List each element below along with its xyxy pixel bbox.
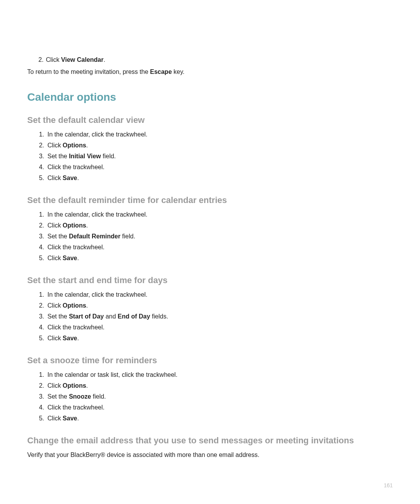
list-item: Click Options.	[46, 300, 393, 311]
list-item: Set the Start of Day and End of Day fiel…	[46, 311, 393, 322]
list-item: Click Options.	[46, 220, 393, 231]
steps-list: In the calendar, click the trackwheel. C…	[27, 129, 393, 184]
page-number: 161	[384, 482, 393, 488]
list-item: Set the Initial View field.	[46, 151, 393, 162]
subsection-title: Set the start and end time for days	[27, 275, 393, 285]
list-item: Click Save.	[46, 333, 393, 344]
list-item: Click the trackwheel.	[46, 242, 393, 253]
list-item: In the calendar, click the trackwheel.	[46, 289, 393, 300]
step-number: 2.	[35, 54, 44, 65]
list-item: In the calendar or task list, click the …	[46, 369, 393, 380]
list-item: Set the Snooze field.	[46, 391, 393, 402]
list-item: Click the trackwheel.	[46, 162, 393, 173]
intro-step: 2. Click View Calendar.	[27, 54, 393, 65]
steps-list: In the calendar, click the trackwheel. C…	[27, 289, 393, 344]
body-paragraph: Verify that your BlackBerry® device is a…	[27, 450, 393, 460]
list-item: Click Save.	[46, 413, 393, 424]
list-item: Click the trackwheel.	[46, 322, 393, 333]
list-item: Click the trackwheel.	[46, 402, 393, 413]
subsection-title: Change the email address that you use to…	[27, 436, 393, 446]
list-item: In the calendar, click the trackwheel.	[46, 209, 393, 220]
bold-text: View Calendar	[61, 56, 103, 63]
step-text: Click View Calendar.	[46, 56, 105, 63]
list-item: Click Save.	[46, 173, 393, 184]
page: 2. Click View Calendar. To return to the…	[0, 0, 420, 504]
subsection-title: Set a snooze time for reminders	[27, 355, 393, 366]
list-item: Click Save.	[46, 253, 393, 264]
section-title: Calendar options	[27, 91, 393, 103]
subsection-title: Set the default calendar view	[27, 115, 393, 125]
list-item: In the calendar, click the trackwheel.	[46, 129, 393, 140]
steps-list: In the calendar or task list, click the …	[27, 369, 393, 424]
steps-list: In the calendar, click the trackwheel. C…	[27, 209, 393, 264]
list-item: Click Options.	[46, 140, 393, 151]
list-item: Click Options.	[46, 380, 393, 391]
subsection-title: Set the default reminder time for calend…	[27, 195, 393, 205]
bold-text: Escape	[150, 68, 172, 75]
return-note: To return to the meeting invitation, pre…	[27, 66, 393, 78]
list-item: Set the Default Reminder field.	[46, 231, 393, 242]
